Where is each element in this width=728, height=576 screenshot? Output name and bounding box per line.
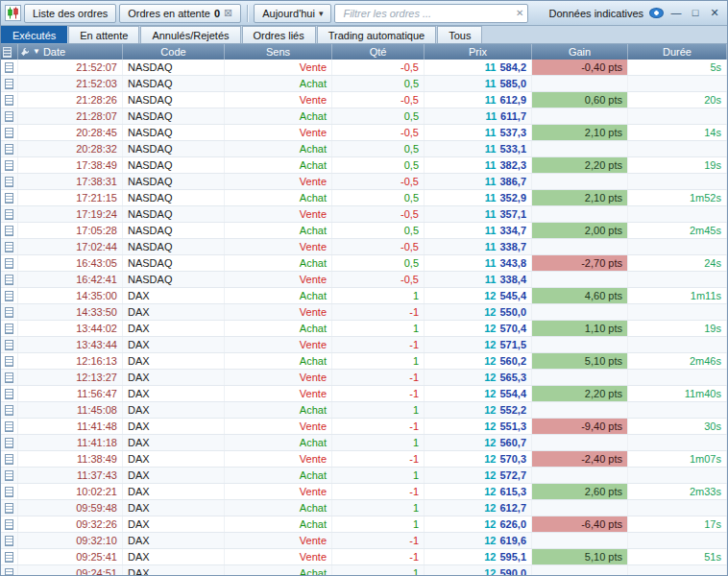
order-row[interactable]: 09:25:41 DAX Vente -1 12595,1 5,10 pts 5… xyxy=(1,549,727,565)
order-row[interactable]: 14:35:00 DAX Achat 1 12545,4 4,60 pts 1m… xyxy=(1,288,727,304)
order-details-icon[interactable] xyxy=(5,372,13,383)
table-options-icon[interactable] xyxy=(1,44,18,60)
maximize-button[interactable]: □ xyxy=(689,8,702,18)
filter-input[interactable] xyxy=(341,7,510,20)
filter-field[interactable]: ✕ xyxy=(334,4,528,23)
order-row[interactable]: 10:02:21 DAX Vente -1 12615,3 2,60 pts 2… xyxy=(1,484,727,500)
pending-orders-tab-button[interactable]: Ordres en attente 0 ⊠ xyxy=(119,4,241,23)
order-row[interactable]: 11:38:49 DAX Vente -1 12570,3 -2,40 pts … xyxy=(1,451,727,468)
order-details-icon[interactable] xyxy=(5,552,13,563)
order-details-icon[interactable] xyxy=(5,470,13,481)
order-details-icon[interactable] xyxy=(5,226,13,236)
order-side: Vente xyxy=(225,206,332,222)
order-row[interactable]: 17:05:28 NASDAQ Achat 0,5 11334,7 2,00 p… xyxy=(1,223,727,239)
order-row[interactable]: 17:19:24 NASDAQ Vente -0,5 11357,1 xyxy=(1,206,727,223)
order-details-icon[interactable] xyxy=(5,503,13,514)
order-details-icon[interactable] xyxy=(5,258,13,269)
close-button[interactable]: ✕ xyxy=(708,8,721,18)
order-row[interactable]: 21:28:26 NASDAQ Vente -0,5 11612,9 0,60 … xyxy=(1,92,727,108)
order-row[interactable]: 09:32:10 DAX Vente -1 12619,6 xyxy=(1,533,727,549)
column-header-qty[interactable]: Qté xyxy=(332,44,425,60)
clear-filter-icon[interactable]: ✕ xyxy=(516,8,523,18)
order-row[interactable]: 09:24:51 DAX Achat 1 12590,0 xyxy=(1,565,727,575)
order-qty: 0,5 xyxy=(332,76,425,91)
order-details-icon[interactable] xyxy=(5,519,13,530)
order-row[interactable]: 13:44:02 DAX Achat 1 12570,4 1,10 pts 19… xyxy=(1,321,727,337)
order-row[interactable]: 21:28:07 NASDAQ Achat 0,5 11611,7 xyxy=(1,108,727,125)
order-details-icon[interactable] xyxy=(5,193,13,204)
order-row[interactable]: 09:59:48 DAX Achat 1 12612,7 xyxy=(1,500,727,516)
order-time: 09:32:10 xyxy=(18,533,123,548)
column-header-date[interactable]: ▼ Date xyxy=(18,44,123,60)
order-row[interactable]: 21:52:07 NASDAQ Vente -0,5 11584,2 -0,40… xyxy=(1,60,727,76)
order-details-icon[interactable] xyxy=(5,421,13,432)
order-details-icon[interactable] xyxy=(5,405,13,416)
order-row[interactable]: 20:28:32 NASDAQ Achat 0,5 11533,1 xyxy=(1,141,727,157)
order-details-icon[interactable] xyxy=(5,209,13,220)
order-duration: 1m07s xyxy=(628,451,727,467)
order-row[interactable]: 16:43:05 NASDAQ Achat 0,5 11343,8 -2,70 … xyxy=(1,255,727,272)
order-side: Achat xyxy=(225,190,332,205)
order-code: DAX xyxy=(123,451,225,467)
order-row[interactable]: 12:16:13 DAX Achat 1 12560,2 5,10 pts 2m… xyxy=(1,353,727,370)
order-details-icon[interactable] xyxy=(5,95,13,106)
column-header-duration[interactable]: Durée xyxy=(628,44,727,60)
column-header-sens[interactable]: Sens xyxy=(225,44,332,60)
order-details-icon[interactable] xyxy=(5,324,13,334)
order-details-icon[interactable] xyxy=(5,307,13,318)
orders-list-label: Liste des ordres xyxy=(33,8,108,19)
order-row[interactable]: 20:28:45 NASDAQ Vente -0,5 11537,3 2,10 … xyxy=(1,125,727,141)
order-details-icon[interactable] xyxy=(5,144,13,155)
order-details-icon[interactable] xyxy=(5,568,13,576)
order-row[interactable]: 17:21:15 NASDAQ Achat 0,5 11352,9 2,10 p… xyxy=(1,190,727,206)
order-row[interactable]: 13:43:44 DAX Vente -1 12571,5 xyxy=(1,337,727,353)
tab-cancelled-rejected[interactable]: Annulés/Rejetés xyxy=(140,26,240,43)
order-details-icon[interactable] xyxy=(5,389,13,399)
order-row[interactable]: 11:37:43 DAX Achat 1 12572,7 xyxy=(1,468,727,484)
order-code: NASDAQ xyxy=(123,125,225,140)
order-row[interactable]: 16:42:41 NASDAQ Vente -0,5 11338,4 xyxy=(1,272,727,288)
order-details-icon[interactable] xyxy=(5,62,13,73)
order-row[interactable]: 21:52:03 NASDAQ Achat 0,5 11585,0 xyxy=(1,76,727,92)
order-details-icon[interactable] xyxy=(5,291,13,301)
order-details-icon[interactable] xyxy=(5,242,13,252)
minimize-button[interactable]: — xyxy=(669,8,683,18)
order-row[interactable]: 11:56:47 DAX Vente -1 12554,4 2,20 pts 1… xyxy=(1,386,727,402)
order-details-icon[interactable] xyxy=(5,160,13,171)
order-row[interactable]: 14:33:50 DAX Vente -1 12550,0 xyxy=(1,304,727,321)
tab-linked-orders[interactable]: Ordres liés xyxy=(242,26,316,43)
order-row[interactable]: 11:41:48 DAX Vente -1 12551,3 -9,40 pts … xyxy=(1,419,727,435)
order-qty: 1 xyxy=(332,516,425,532)
order-details-icon[interactable] xyxy=(5,340,13,350)
order-details-icon[interactable] xyxy=(5,177,13,187)
order-details-icon[interactable] xyxy=(5,79,13,89)
tab-all[interactable]: Tous xyxy=(437,26,482,43)
order-row[interactable]: 09:32:26 DAX Achat 1 12626,0 -6,40 pts 1… xyxy=(1,516,727,533)
order-row[interactable]: 11:45:08 DAX Achat 1 12552,2 xyxy=(1,402,727,419)
order-details-icon[interactable] xyxy=(5,111,13,122)
column-header-price[interactable]: Prix xyxy=(425,44,532,60)
order-row[interactable]: 17:38:49 NASDAQ Achat 0,5 11382,3 2,20 p… xyxy=(1,157,727,174)
order-row[interactable]: 17:02:44 NASDAQ Vente -0,5 11338,7 xyxy=(1,239,727,255)
order-row[interactable]: 11:41:18 DAX Achat 1 12560,7 xyxy=(1,435,727,451)
tab-executes[interactable]: Exécutés xyxy=(1,26,67,43)
orders-list-tab-button[interactable]: Liste des ordres xyxy=(24,4,116,23)
close-tab-icon[interactable]: ⊠ xyxy=(224,8,232,18)
order-details-icon[interactable] xyxy=(5,454,13,465)
tab-pending[interactable]: En attente xyxy=(68,26,139,43)
order-details-icon[interactable] xyxy=(5,438,13,448)
order-details-icon[interactable] xyxy=(5,128,13,138)
order-details-icon[interactable] xyxy=(5,356,13,367)
order-duration: 20s xyxy=(628,92,727,108)
order-row[interactable]: 12:13:27 DAX Vente -1 12565,3 xyxy=(1,370,727,386)
column-header-gain[interactable]: Gain xyxy=(532,44,628,60)
order-price: 11533,1 xyxy=(425,141,532,156)
period-dropdown[interactable]: Aujourd'hui ▾ xyxy=(254,4,331,23)
order-details-icon[interactable] xyxy=(5,275,13,285)
order-details-icon[interactable] xyxy=(5,487,13,497)
order-row[interactable]: 17:38:31 NASDAQ Vente -0,5 11386,7 xyxy=(1,174,727,190)
order-time: 21:52:07 xyxy=(18,60,123,75)
order-details-icon[interactable] xyxy=(5,536,13,546)
tab-auto-trading[interactable]: Trading automatique xyxy=(317,26,437,43)
column-header-code[interactable]: Code xyxy=(123,44,225,60)
